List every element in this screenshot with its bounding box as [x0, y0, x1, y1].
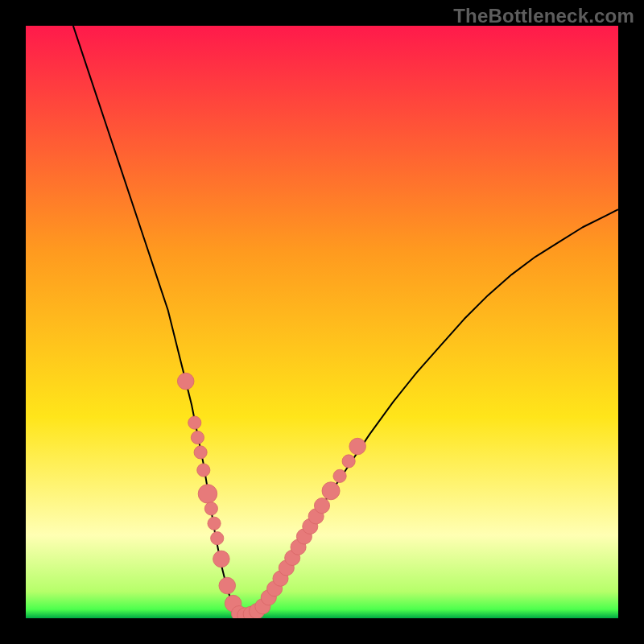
data-marker	[188, 416, 201, 429]
data-marker	[349, 438, 366, 455]
data-marker	[204, 502, 217, 515]
data-marker	[198, 485, 217, 504]
data-marker	[314, 498, 329, 514]
data-marker	[208, 517, 221, 530]
data-marker	[191, 431, 204, 444]
data-marker	[211, 532, 224, 545]
data-marker	[197, 464, 210, 477]
data-marker	[333, 469, 346, 482]
data-marker	[194, 446, 207, 459]
data-marker	[322, 482, 340, 500]
data-marker	[342, 455, 355, 468]
gradient-background	[26, 26, 618, 618]
chart-frame: TheBottleneck.com	[0, 0, 644, 644]
data-marker	[213, 551, 230, 568]
chart-svg	[26, 26, 618, 618]
watermark-text: TheBottleneck.com	[453, 5, 634, 27]
data-marker	[177, 373, 194, 390]
data-marker	[219, 577, 236, 594]
plot-area	[26, 26, 618, 618]
